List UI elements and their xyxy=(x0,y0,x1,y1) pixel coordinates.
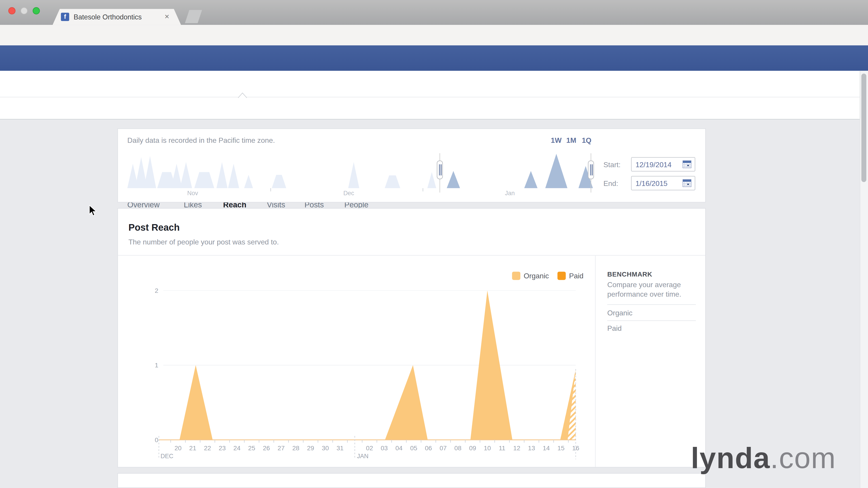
range-1q-button[interactable]: 1Q xyxy=(582,136,591,144)
svg-text:16: 16 xyxy=(572,445,579,452)
benchmark-divider xyxy=(608,320,696,321)
calendar-icon[interactable] xyxy=(683,179,691,187)
handle-grip xyxy=(439,164,440,175)
next-section-panel xyxy=(117,473,706,488)
benchmark-description: Compare your average performance over ti… xyxy=(608,280,695,299)
calendar-icon[interactable] xyxy=(683,160,691,168)
page-admin-nav: Page Activity 1 Insights Settings Export… xyxy=(0,71,868,97)
benchmark-divider xyxy=(595,256,596,467)
end-date-label: End: xyxy=(603,179,618,188)
timezone-note: Daily data is recorded in the Pacific ti… xyxy=(127,136,275,144)
svg-text:2: 2 xyxy=(155,287,158,294)
insights-sub-nav: Overview Likes Reach Visits Posts People xyxy=(0,97,868,120)
svg-text:09: 09 xyxy=(469,445,476,452)
svg-text:0: 0 xyxy=(155,436,158,444)
benchmark-title: BENCHMARK xyxy=(608,271,652,278)
svg-text:23: 23 xyxy=(219,445,225,452)
date-range-navigator-chart[interactable]: NovDecJan xyxy=(127,152,600,197)
svg-text:20: 20 xyxy=(175,445,182,452)
benchmark-option-paid[interactable]: Paid xyxy=(608,324,622,332)
svg-text:11: 11 xyxy=(499,445,505,452)
svg-text:27: 27 xyxy=(278,445,285,452)
svg-text:07: 07 xyxy=(440,445,447,452)
range-1w-button[interactable]: 1W xyxy=(551,136,562,144)
range-1m-button[interactable]: 1M xyxy=(566,136,576,144)
svg-text:Dec: Dec xyxy=(343,190,354,197)
facebook-header: f h H+ Sport Home xyxy=(0,45,868,71)
svg-text:28: 28 xyxy=(292,445,299,452)
svg-text:DEC: DEC xyxy=(160,453,174,459)
handle-grip xyxy=(590,164,591,175)
svg-text:1: 1 xyxy=(155,362,158,369)
post-reach-chart[interactable]: 0122021222324252627282930310203040506070… xyxy=(117,256,595,466)
lynda-watermark: lynda.com xyxy=(691,441,836,475)
svg-text:JAN: JAN xyxy=(357,453,368,459)
mouse-cursor xyxy=(89,205,97,218)
tab-title: Batesole Orthodontics xyxy=(74,13,142,21)
svg-text:Jan: Jan xyxy=(505,190,515,197)
new-tab-button[interactable] xyxy=(185,10,202,23)
start-date-label: Start: xyxy=(603,160,620,169)
svg-text:Nov: Nov xyxy=(187,190,198,197)
svg-text:13: 13 xyxy=(528,445,535,452)
svg-text:29: 29 xyxy=(307,445,314,452)
svg-text:30: 30 xyxy=(322,445,329,452)
svg-text:31: 31 xyxy=(337,445,344,452)
handle-grip xyxy=(440,164,442,175)
svg-text:25: 25 xyxy=(248,445,255,452)
svg-text:21: 21 xyxy=(189,445,196,452)
svg-text:14: 14 xyxy=(543,445,550,452)
window-zoom-button[interactable] xyxy=(33,7,40,14)
svg-text:04: 04 xyxy=(395,445,402,452)
scrollbar-thumb[interactable] xyxy=(862,74,866,182)
active-tab-notch xyxy=(238,92,247,98)
svg-text:12: 12 xyxy=(513,445,520,452)
handle-grip xyxy=(592,164,593,175)
range-start-handle[interactable] xyxy=(437,160,443,179)
svg-text:05: 05 xyxy=(410,445,417,452)
watermark-light-text: .com xyxy=(770,442,836,474)
range-end-handle[interactable] xyxy=(588,160,594,179)
section-subtitle: The number of people your post was serve… xyxy=(128,238,279,246)
browser-toolbar: https://www.facebook.com/BatesoleOrtho/i… xyxy=(0,25,868,45)
svg-text:03: 03 xyxy=(381,445,388,452)
benchmark-divider xyxy=(608,304,696,305)
browser-tab-bar: f Batesole Orthodontics ✕ xyxy=(0,0,868,25)
svg-text:06: 06 xyxy=(425,445,432,452)
svg-text:22: 22 xyxy=(204,445,211,452)
facebook-favicon-icon: f xyxy=(61,13,69,21)
svg-text:10: 10 xyxy=(484,445,491,452)
svg-text:08: 08 xyxy=(454,445,461,452)
tab-close-icon[interactable]: ✕ xyxy=(164,13,169,21)
svg-text:24: 24 xyxy=(234,445,241,452)
watermark-bold-text: lynda xyxy=(691,442,770,474)
browser-window: f Batesole Orthodontics ✕ https://www.fa… xyxy=(0,0,868,488)
benchmark-option-organic[interactable]: Organic xyxy=(608,309,633,317)
svg-text:15: 15 xyxy=(557,445,564,452)
svg-text:02: 02 xyxy=(366,445,373,452)
section-title: Post Reach xyxy=(128,222,180,233)
svg-text:26: 26 xyxy=(263,445,270,452)
window-minimize-button[interactable] xyxy=(21,7,28,14)
window-close-button[interactable] xyxy=(8,7,16,14)
